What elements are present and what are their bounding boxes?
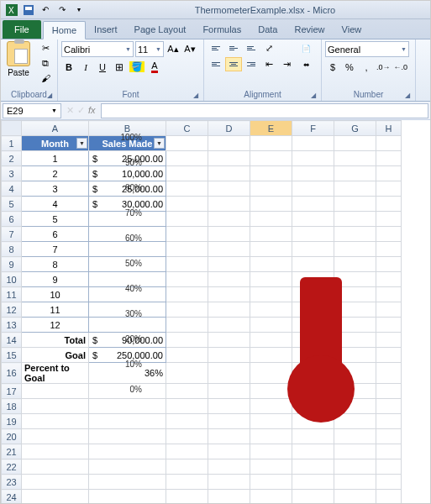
enter-icon[interactable]: ✓ xyxy=(77,105,85,116)
cell[interactable] xyxy=(292,490,334,505)
cell[interactable] xyxy=(208,429,250,444)
row-header[interactable]: 24 xyxy=(2,490,22,505)
cell[interactable] xyxy=(166,490,208,505)
decrease-indent-button[interactable]: ⇤ xyxy=(260,57,277,71)
cell[interactable] xyxy=(208,227,250,242)
cell[interactable] xyxy=(166,287,208,302)
cell[interactable] xyxy=(208,136,250,151)
cell[interactable] xyxy=(166,151,208,166)
cell[interactable] xyxy=(208,151,250,166)
cell[interactable] xyxy=(89,399,166,414)
cell[interactable] xyxy=(166,136,208,151)
launcher-icon[interactable]: ◢ xyxy=(309,92,318,100)
cut-button[interactable]: ✂ xyxy=(37,41,54,55)
row-header[interactable]: 7 xyxy=(2,227,22,242)
row-header[interactable]: 6 xyxy=(2,212,22,227)
bold-button[interactable]: B xyxy=(61,59,76,75)
cell[interactable] xyxy=(166,318,208,333)
align-center-button[interactable] xyxy=(225,57,242,71)
italic-button[interactable]: I xyxy=(78,59,93,75)
cell[interactable] xyxy=(208,318,250,333)
cell[interactable] xyxy=(89,429,166,444)
formula-input[interactable] xyxy=(101,103,428,118)
month-cell[interactable]: 8 xyxy=(22,257,89,272)
month-cell[interactable]: 1 xyxy=(22,151,89,166)
row-header[interactable]: 11 xyxy=(2,287,22,302)
excel-icon[interactable]: X xyxy=(4,3,19,18)
cell[interactable] xyxy=(89,444,166,459)
paste-button[interactable]: Paste xyxy=(4,41,33,77)
launcher-icon[interactable]: ◢ xyxy=(45,92,54,100)
launcher-icon[interactable]: ◢ xyxy=(192,92,200,100)
shrink-font-button[interactable]: A▾ xyxy=(182,41,197,57)
cell[interactable] xyxy=(166,475,208,490)
cell[interactable] xyxy=(89,490,166,505)
row-header[interactable]: 4 xyxy=(2,181,22,197)
font-color-button[interactable]: A xyxy=(147,59,162,75)
cell[interactable] xyxy=(208,242,250,257)
cell[interactable] xyxy=(89,475,166,490)
tab-home[interactable]: Home xyxy=(43,21,86,39)
cell[interactable] xyxy=(250,475,292,490)
cell[interactable] xyxy=(208,490,250,505)
cell[interactable] xyxy=(22,384,89,399)
month-cell[interactable]: 2 xyxy=(22,166,89,181)
row-header[interactable]: 8 xyxy=(2,242,22,257)
row-header[interactable]: 2 xyxy=(2,151,22,166)
undo-icon[interactable]: ↶ xyxy=(38,3,53,18)
cell[interactable] xyxy=(22,429,89,444)
cell[interactable] xyxy=(208,459,250,475)
redo-icon[interactable]: ↷ xyxy=(55,3,70,18)
row-header[interactable]: 16 xyxy=(2,363,22,384)
cell[interactable] xyxy=(166,302,208,318)
row-header[interactable]: 3 xyxy=(2,166,22,181)
month-cell[interactable]: 10 xyxy=(22,287,89,302)
month-cell[interactable]: 6 xyxy=(22,227,89,242)
decrease-decimal-button[interactable]: ←.0 xyxy=(393,59,409,75)
row-header[interactable]: 22 xyxy=(2,459,22,475)
cell[interactable] xyxy=(89,459,166,475)
cell[interactable] xyxy=(334,490,376,505)
cell[interactable] xyxy=(166,166,208,181)
cell[interactable] xyxy=(166,384,208,399)
month-cell[interactable]: 9 xyxy=(22,272,89,287)
cell[interactable] xyxy=(208,272,250,287)
cell[interactable] xyxy=(376,475,402,490)
cell[interactable] xyxy=(166,399,208,414)
row-header[interactable]: 19 xyxy=(2,414,22,429)
cell[interactable] xyxy=(208,302,250,318)
tab-formulas[interactable]: Formulas xyxy=(194,20,250,39)
cancel-icon[interactable]: ✕ xyxy=(66,105,74,116)
align-right-button[interactable] xyxy=(243,57,260,71)
cell[interactable] xyxy=(166,272,208,287)
cell[interactable] xyxy=(208,475,250,490)
row-header[interactable]: 18 xyxy=(2,399,22,414)
goal-label[interactable]: Goal xyxy=(22,348,89,363)
month-cell[interactable]: 7 xyxy=(22,242,89,257)
row-header[interactable]: 5 xyxy=(2,197,22,212)
comma-button[interactable]: , xyxy=(359,59,374,75)
row-header[interactable]: 13 xyxy=(2,318,22,333)
align-bottom-button[interactable] xyxy=(243,41,260,55)
table-header-month[interactable]: Month▼ xyxy=(22,136,89,151)
cell[interactable] xyxy=(22,459,89,475)
cell[interactable] xyxy=(166,363,208,384)
col-header[interactable]: C xyxy=(166,121,208,136)
cell[interactable] xyxy=(208,212,250,227)
font-family-combo[interactable]: Calibri▼ xyxy=(61,41,134,57)
underline-button[interactable]: U xyxy=(95,59,110,75)
cell[interactable] xyxy=(208,399,250,414)
row-header[interactable]: 15 xyxy=(2,348,22,363)
tab-page-layout[interactable]: Page Layout xyxy=(126,20,195,39)
month-cell[interactable]: 3 xyxy=(22,181,89,197)
row-header[interactable]: 9 xyxy=(2,257,22,272)
cell[interactable] xyxy=(208,166,250,181)
total-label[interactable]: Total xyxy=(22,333,89,348)
increase-decimal-button[interactable]: .0→ xyxy=(376,59,392,75)
currency-button[interactable]: $ xyxy=(325,59,340,75)
sales-cell[interactable] xyxy=(89,242,166,257)
cell[interactable] xyxy=(166,242,208,257)
cell[interactable] xyxy=(208,414,250,429)
cell[interactable] xyxy=(166,227,208,242)
cell[interactable] xyxy=(22,444,89,459)
